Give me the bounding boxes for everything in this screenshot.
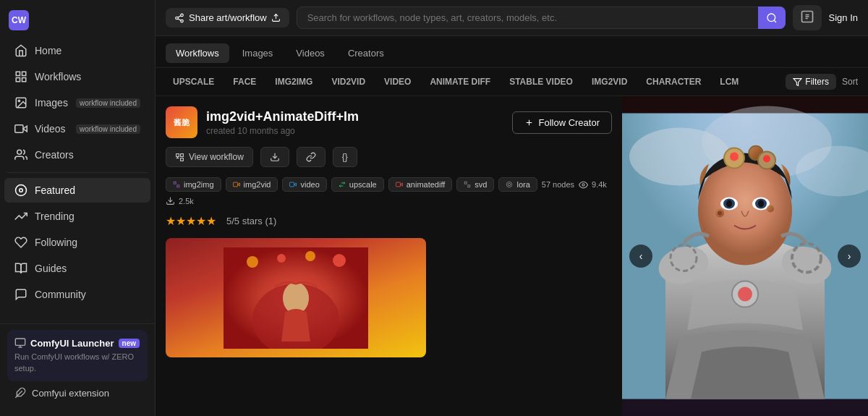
download-button[interactable] bbox=[260, 147, 289, 167]
tag-video[interactable]: video bbox=[282, 177, 326, 192]
sidebar-item-workflows[interactable]: Workflows bbox=[4, 64, 150, 89]
tag-svd-icon bbox=[464, 181, 471, 188]
sidebar-item-featured[interactable]: Featured bbox=[4, 178, 150, 203]
filter-icon bbox=[793, 77, 802, 87]
tab-videos[interactable]: Videos bbox=[286, 43, 335, 63]
sidebar-item-workflows-label: Workflows bbox=[35, 71, 81, 82]
dl-icon bbox=[166, 196, 175, 205]
logo-icon: CW bbox=[9, 10, 29, 30]
featured-icon bbox=[14, 184, 27, 197]
workflow-title-wrap: img2vid+AnimateDiff+Im created 10 months… bbox=[206, 109, 503, 136]
launcher-title-row: ComfyUI Launcher new bbox=[14, 337, 140, 349]
svg-marker-6 bbox=[23, 126, 27, 132]
tag-node-icon bbox=[173, 181, 180, 188]
image-panel: ‹ bbox=[622, 96, 868, 416]
tab-creators[interactable]: Creators bbox=[338, 43, 394, 63]
home-icon bbox=[14, 44, 27, 57]
ai-icon bbox=[800, 9, 814, 24]
sidebar-item-following[interactable]: Following bbox=[4, 230, 150, 255]
code-button[interactable]: {} bbox=[333, 147, 357, 167]
tab-images[interactable]: Images bbox=[232, 43, 284, 63]
sidebar-item-home-label: Home bbox=[35, 45, 61, 56]
svg-rect-3 bbox=[16, 78, 20, 82]
tag-animatediff[interactable]: animatediff bbox=[388, 177, 453, 192]
ai-button[interactable] bbox=[793, 5, 822, 30]
tag-img2vid[interactable]: img2vid bbox=[226, 177, 278, 192]
follow-creator-button[interactable]: Follow Creator bbox=[512, 111, 612, 134]
trending-icon bbox=[14, 210, 27, 223]
filters-button[interactable]: Filters bbox=[786, 74, 836, 90]
svg-point-15 bbox=[181, 14, 184, 17]
main-content: Share art/workflow Sign In Workflows Ima… bbox=[156, 0, 868, 416]
sidebar-item-trending-label: Trending bbox=[35, 211, 75, 222]
filter-img2img[interactable]: IMG2IMG bbox=[268, 74, 320, 90]
sidebar-item-home[interactable]: Home bbox=[4, 38, 150, 63]
filter-stable-video[interactable]: STABLE VIDEO bbox=[502, 74, 580, 90]
search-button[interactable] bbox=[758, 7, 786, 29]
tag-video-icon bbox=[233, 181, 240, 188]
search-icon bbox=[766, 12, 778, 24]
sidebar-item-community[interactable]: Community bbox=[4, 282, 150, 307]
workflow-diagram-icon bbox=[175, 153, 184, 162]
tab-workflows[interactable]: Workflows bbox=[166, 43, 229, 63]
svg-point-8 bbox=[17, 150, 22, 154]
tag-img2img[interactable]: img2img bbox=[166, 177, 221, 192]
sidebar-item-videos[interactable]: Videos workflow included bbox=[4, 116, 150, 141]
preview-placeholder bbox=[166, 238, 426, 357]
nodes-count: 57 nodes bbox=[542, 177, 574, 192]
eye-icon bbox=[579, 180, 588, 190]
tag-upscale[interactable]: upscale bbox=[331, 177, 384, 192]
sidebar-item-guides[interactable]: Guides bbox=[4, 256, 150, 281]
tag-svd[interactable]: svd bbox=[456, 177, 494, 192]
share-button[interactable]: Share art/workflow bbox=[166, 8, 289, 27]
filter-img2vid[interactable]: IMG2VID bbox=[584, 74, 634, 90]
prev-image-button[interactable]: ‹ bbox=[629, 245, 652, 268]
workflow-date: created 10 months ago bbox=[206, 126, 503, 136]
svg-point-69 bbox=[718, 211, 722, 216]
workflow-tags: img2img img2vid video upscale animatedif… bbox=[166, 177, 612, 205]
category-tabs: Workflows Images Videos Creators bbox=[156, 36, 868, 68]
filter-lcm[interactable]: LCM bbox=[712, 74, 746, 90]
svg-point-64 bbox=[726, 200, 732, 208]
views-count: 9.4k bbox=[579, 177, 607, 192]
svg-marker-35 bbox=[237, 183, 239, 186]
content-area: 酱脆 img2vid+AnimateDiff+Im created 10 mon… bbox=[156, 96, 868, 416]
rating-row: ★★★★★ 5/5 stars (1) bbox=[166, 214, 612, 228]
sidebar-item-trending[interactable]: Trending bbox=[4, 204, 150, 229]
filter-animate-diff[interactable]: ANIMATE DIFF bbox=[422, 74, 498, 90]
filter-upscale[interactable]: UPSCALE bbox=[166, 74, 221, 90]
tag-lora[interactable]: lora bbox=[498, 177, 537, 192]
next-image-button[interactable]: › bbox=[838, 245, 861, 268]
sidebar-item-extension[interactable]: Comfyui extension bbox=[7, 381, 148, 404]
svg-point-52 bbox=[277, 254, 286, 263]
preview-image bbox=[166, 238, 426, 357]
svg-point-9 bbox=[16, 185, 27, 196]
svg-rect-2 bbox=[22, 78, 26, 82]
signin-button[interactable]: Sign In bbox=[829, 12, 858, 23]
logo-area: CW bbox=[0, 6, 155, 38]
svg-rect-1 bbox=[22, 72, 26, 75]
filter-face[interactable]: FACE bbox=[226, 74, 263, 90]
filter-video[interactable]: VIDEO bbox=[377, 74, 418, 90]
search-input[interactable] bbox=[297, 7, 786, 29]
filter-character[interactable]: CHARACTER bbox=[639, 74, 708, 90]
svg-line-22 bbox=[774, 20, 776, 22]
images-icon bbox=[14, 96, 27, 109]
downloads-count: 2.5k bbox=[166, 196, 194, 205]
view-workflow-button[interactable]: View workflow bbox=[166, 147, 253, 167]
sidebar-item-images[interactable]: Images workflow included bbox=[4, 90, 150, 115]
svg-rect-11 bbox=[15, 339, 25, 345]
svg-point-46 bbox=[509, 183, 511, 185]
svg-point-54 bbox=[333, 254, 346, 267]
view-workflow-label: View workflow bbox=[189, 152, 244, 162]
svg-rect-38 bbox=[290, 182, 294, 187]
sidebar-item-following-label: Following bbox=[35, 237, 77, 248]
sidebar-item-creators[interactable]: Creators bbox=[4, 143, 150, 167]
launcher-card[interactable]: ComfyUI Launcher new Run ComfyUI workflo… bbox=[7, 330, 148, 381]
sort-button[interactable]: Sort bbox=[842, 77, 858, 87]
workflow-header: 酱脆 img2vid+AnimateDiff+Im created 10 mon… bbox=[166, 106, 612, 138]
link-button[interactable] bbox=[297, 147, 326, 167]
videos-icon bbox=[14, 122, 27, 135]
workflow-actions: View workflow {} bbox=[166, 147, 612, 167]
filter-vid2vid[interactable]: VID2VID bbox=[324, 74, 373, 90]
